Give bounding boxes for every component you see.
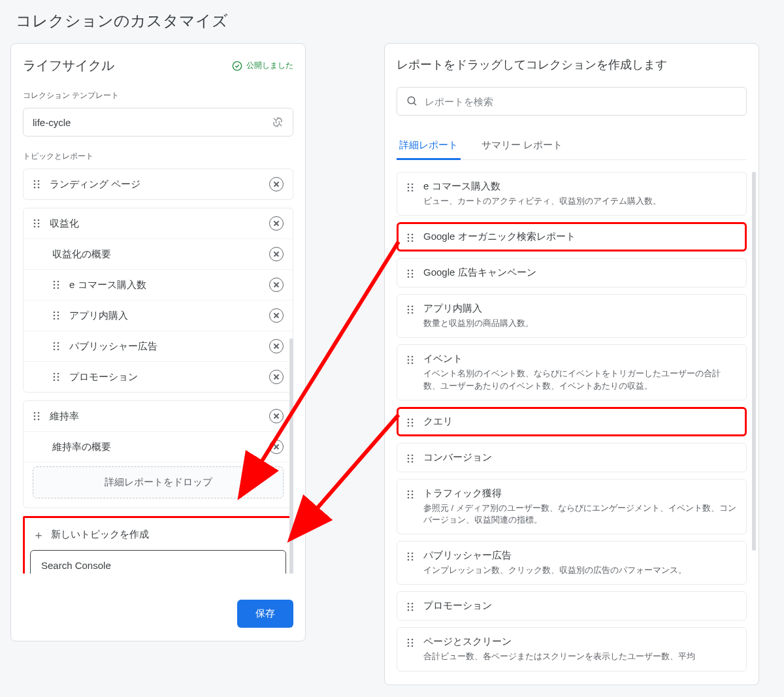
report-desc: 合計ビュー数、各ページまたはスクリーンを表示したユーザー数、平均 [423,651,737,662]
svg-point-57 [408,270,410,272]
svg-point-106 [412,639,414,641]
svg-point-18 [57,287,59,289]
report-card[interactable]: パブリッシャー広告インプレッション数、クリック数、収益別の広告のパフォーマンス。 [397,541,747,585]
topic-label: パブリッシャー広告 [69,340,261,353]
report-title: Google 広告キャンペーン [423,267,737,279]
drag-handle-icon[interactable] [406,417,416,428]
svg-point-79 [408,425,410,427]
drag-handle-icon[interactable] [406,489,416,500]
report-desc: ビュー、カートのアクティビティ、収益別のアイテム購入数。 [423,195,737,207]
svg-point-6 [38,187,40,189]
remove-icon[interactable] [269,339,284,353]
topic-item[interactable]: 収益化の概要 [24,239,293,270]
topic-item[interactable]: プロモーション [24,362,293,392]
drag-handle-icon[interactable] [33,218,42,229]
drag-handle-icon[interactable] [52,280,61,290]
svg-point-42 [38,419,40,421]
svg-point-82 [412,454,414,456]
svg-point-43 [408,97,415,104]
report-title: コンバージョン [423,451,737,464]
topic-name-input[interactable] [30,550,286,574]
svg-point-61 [408,276,410,278]
template-selector[interactable]: life-cycle [23,108,293,137]
topics-scroll-area: ランディング ページ 収益化 収益化の概要 e コマース購入数 [23,169,293,574]
topic-item[interactable]: 収益化 [24,208,293,239]
svg-point-58 [412,270,414,272]
topic-item[interactable]: e コマース購入数 [24,270,293,300]
svg-point-105 [408,639,410,641]
drag-handle-icon[interactable] [33,411,42,421]
svg-point-72 [412,359,414,361]
svg-point-1 [34,180,36,182]
report-card[interactable]: クエリ [397,407,747,436]
topic-label: 収益化の概要 [52,248,261,261]
svg-point-19 [54,312,56,314]
remove-icon[interactable] [269,177,284,191]
svg-point-76 [412,418,414,420]
svg-point-85 [408,461,410,462]
drag-handle-icon[interactable] [52,372,61,382]
drag-handle-icon[interactable] [406,304,416,315]
drag-handle-icon[interactable] [406,638,416,648]
tab-detail-reports[interactable]: 詳細レポート [397,134,461,160]
svg-point-87 [408,490,410,492]
tab-summary-reports[interactable]: サマリー レポート [479,134,565,159]
topic-item[interactable]: 維持率 [24,401,293,432]
report-title: Google オーガニック検索レポート [423,231,737,243]
svg-point-33 [54,376,56,378]
drag-handle-icon[interactable] [406,355,416,365]
drag-handle-icon[interactable] [406,268,416,279]
remove-icon[interactable] [269,247,284,261]
report-card[interactable]: e コマース購入数ビュー、カートのアクティビティ、収益別のアイテム購入数。 [397,172,747,216]
svg-point-69 [408,356,410,358]
search-box[interactable] [397,87,747,116]
drag-handle-icon[interactable] [406,182,416,193]
report-card[interactable]: イベントイベント名別のイベント数、ならびにイベントをトリガーしたユーザーの合計数… [397,344,747,400]
svg-point-77 [408,421,410,423]
drag-handle-icon[interactable] [406,233,416,243]
drag-handle-icon[interactable] [33,179,42,189]
drag-handle-icon[interactable] [52,341,61,351]
svg-point-63 [408,306,410,308]
dropzone[interactable]: 詳細レポートをドロップ [33,466,284,498]
svg-point-8 [38,219,40,221]
drag-handle-icon[interactable] [406,453,416,464]
topic-item[interactable]: アプリ内購入 [24,300,293,331]
svg-point-86 [412,461,414,462]
report-card[interactable]: ページとスクリーン合計ビュー数、各ページまたはスクリーンを表示したユーザー数、平… [397,627,747,671]
create-topic-button[interactable]: ＋ 新しいトピックを作成 [30,525,286,550]
collection-title: ライフサイクル [23,57,114,74]
remove-icon[interactable] [269,409,284,423]
drag-handle-icon[interactable] [406,551,416,562]
search-icon [406,95,418,107]
topic-item[interactable]: パブリッシャー広告 [24,331,293,362]
report-card[interactable]: アプリ内購入数量と収益別の商品購入数。 [397,294,747,338]
svg-point-81 [408,454,410,456]
save-button[interactable]: 保存 [237,600,293,628]
scrollbar[interactable] [289,338,293,574]
topic-item[interactable]: ランディング ページ [24,169,293,199]
report-card[interactable]: Google オーガニック検索レポート [397,222,747,251]
search-input[interactable] [425,96,737,107]
svg-point-5 [34,187,36,189]
remove-icon[interactable] [269,216,284,231]
svg-point-0 [233,61,241,70]
svg-point-90 [412,493,414,495]
drag-handle-icon[interactable] [52,310,61,321]
report-card[interactable]: トラフィック獲得参照元 / メディア別のユーザー数、ならびにエンゲージメント、イ… [397,479,747,534]
right-title: レポートをドラッグしてコレクションを作成します [397,57,747,73]
topic-item[interactable]: 維持率の概要 [24,432,293,462]
remove-icon[interactable] [269,278,284,292]
svg-point-88 [412,490,414,492]
report-title: プロモーション [423,600,737,612]
report-card[interactable]: Google 広告キャンペーン [397,258,747,287]
drag-handle-icon[interactable] [406,602,416,612]
remove-icon[interactable] [269,308,284,323]
svg-point-59 [408,273,410,275]
remove-icon[interactable] [269,370,284,384]
remove-icon[interactable] [269,440,284,454]
report-card[interactable]: プロモーション [397,591,747,621]
svg-point-92 [412,496,414,498]
scrollbar[interactable] [752,172,756,551]
report-card[interactable]: コンバージョン [397,443,747,472]
